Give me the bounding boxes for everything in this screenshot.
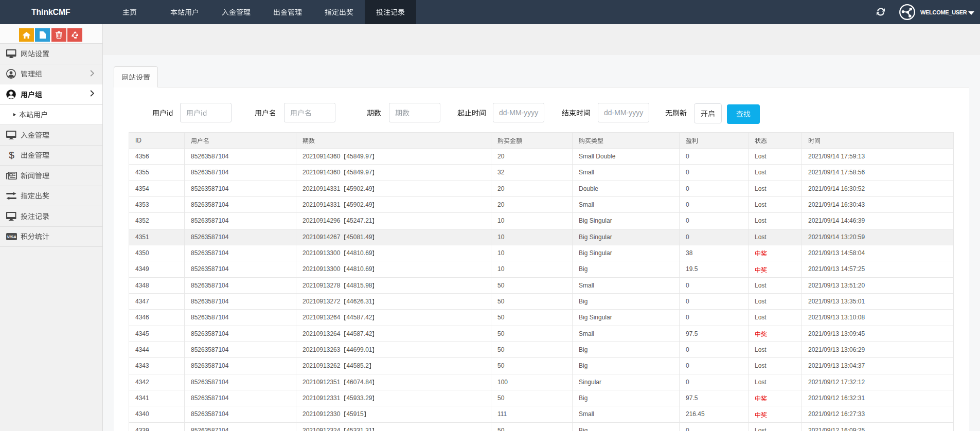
svg-text:VISA: VISA (7, 235, 16, 239)
